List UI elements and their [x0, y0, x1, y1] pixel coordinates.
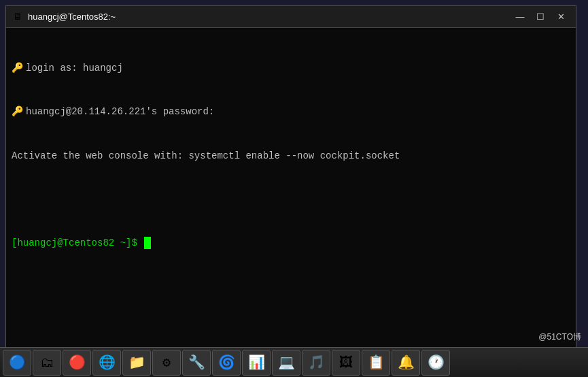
cursor: [144, 237, 151, 249]
window-icon: 🖥: [12, 11, 24, 23]
taskbar-item-8[interactable]: 📊: [242, 350, 271, 376]
terminal-body[interactable]: 🔑login as: huangcj 🔑huangcj@20.114.26.22…: [6, 28, 576, 352]
taskbar-item-13[interactable]: 🔔: [392, 350, 420, 376]
password-line: 🔑huangcj@20.114.26.221's password:: [12, 104, 570, 119]
taskbar-item-3[interactable]: 🌐: [92, 350, 121, 376]
title-bar-left: 🖥 huangcj@Tcentos82:~: [12, 11, 116, 23]
terminal-output: 🔑login as: huangcj 🔑huangcj@20.114.26.22…: [12, 32, 570, 236]
close-button[interactable]: ✕: [551, 10, 570, 24]
taskbar-item-5[interactable]: ⚙: [152, 350, 181, 376]
key-icon-2: 🔑: [12, 106, 23, 117]
taskbar-item-9[interactable]: 💻: [272, 350, 300, 376]
login-line: 🔑login as: huangcj: [12, 61, 570, 76]
taskbar-item-10[interactable]: 🎵: [302, 350, 330, 376]
window-title: huangcj@Tcentos82:~: [28, 12, 116, 22]
title-bar: 🖥 huangcj@Tcentos82:~ — ☐ ✕: [6, 6, 576, 28]
maximize-button[interactable]: ☐: [531, 10, 550, 24]
taskbar-item-4[interactable]: 📁: [122, 350, 151, 376]
prompt-text: [huangcj@Tcentos82 ~]$: [12, 236, 143, 250]
taskbar-item-7[interactable]: 🌀: [212, 350, 241, 376]
prompt-line: [huangcj@Tcentos82 ~]$: [12, 236, 570, 250]
taskbar-item-1[interactable]: 🗂: [33, 350, 61, 376]
window-controls: — ☐ ✕: [511, 10, 570, 24]
taskbar-item-2[interactable]: 🔴: [63, 350, 91, 376]
empty-line: [12, 192, 570, 207]
key-icon-1: 🔑: [12, 63, 23, 73]
taskbar: 🔵 🗂 🔴 🌐 📁 ⚙ 🔧 🌀 📊 💻 🎵 🖼 📋 🔔 🕐: [0, 347, 588, 377]
terminal-window: 🖥 huangcj@Tcentos82:~ — ☐ ✕ 🔑login as: h…: [5, 5, 576, 353]
taskbar-item-6[interactable]: 🔧: [182, 350, 211, 376]
watermark: @51CTO博: [538, 331, 581, 343]
taskbar-item-12[interactable]: 📋: [362, 350, 390, 376]
taskbar-item-0[interactable]: 🔵: [3, 350, 31, 376]
taskbar-item-14[interactable]: 🕐: [421, 350, 450, 376]
minimize-button[interactable]: —: [511, 10, 530, 24]
taskbar-item-11[interactable]: 🖼: [332, 350, 360, 376]
activate-line: Activate the web console with: systemctl…: [12, 148, 570, 163]
